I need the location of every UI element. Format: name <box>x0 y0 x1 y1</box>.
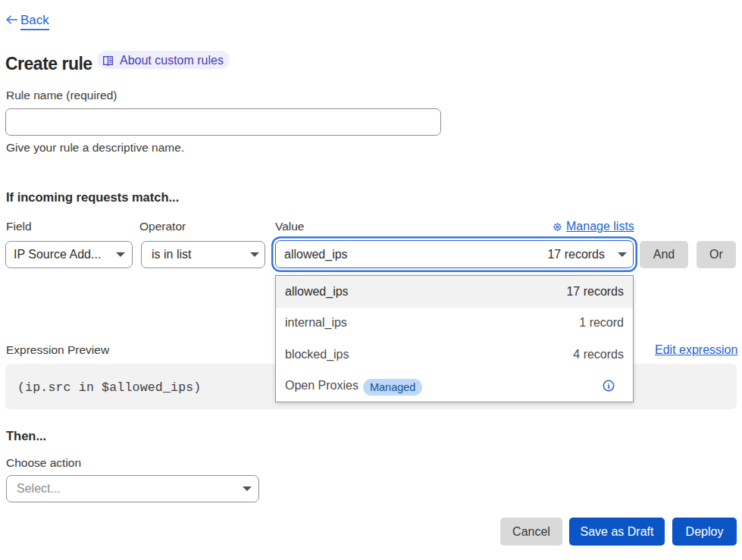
svg-text:i: i <box>607 381 609 390</box>
